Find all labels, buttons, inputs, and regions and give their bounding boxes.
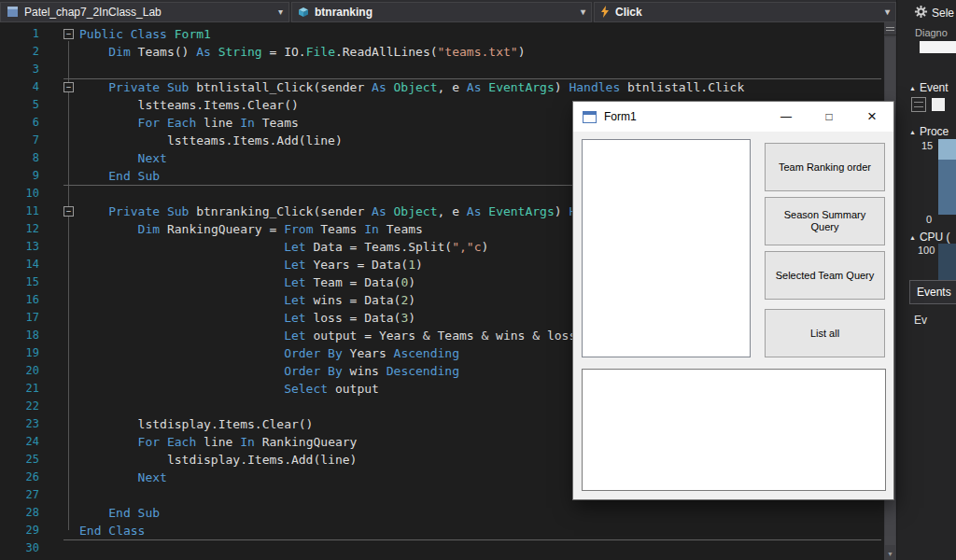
line-number: 5 bbox=[0, 96, 39, 114]
event-dropdown[interactable]: Click ▾ bbox=[594, 2, 896, 22]
collapse-toggle-icon[interactable]: − bbox=[63, 82, 74, 92]
line-number: 21 bbox=[0, 380, 39, 398]
select-tools-button[interactable]: Sele bbox=[914, 5, 954, 21]
line-number: 20 bbox=[0, 362, 39, 380]
glyph-margin bbox=[39, 114, 63, 132]
lstdisplay-listbox[interactable] bbox=[582, 369, 886, 491]
fold-margin: − bbox=[63, 25, 79, 43]
form-icon bbox=[583, 111, 597, 123]
collapse-toggle-icon[interactable]: − bbox=[63, 29, 74, 39]
collapse-triangle-icon: ▲ bbox=[909, 129, 916, 135]
form-titlebar[interactable]: Form1 —□× bbox=[573, 102, 893, 132]
code-line-4[interactable]: 4−Private Sub btnlistall_Click(sender As… bbox=[0, 78, 884, 96]
line-number: 7 bbox=[0, 132, 39, 149]
events-section-header[interactable]: ▲ Event bbox=[909, 81, 949, 94]
code-line-3[interactable]: 3 bbox=[0, 61, 884, 78]
code-text: Order By wins Descending bbox=[79, 362, 459, 380]
memory-graph bbox=[938, 139, 956, 215]
fold-margin bbox=[63, 114, 79, 132]
close-button[interactable]: × bbox=[851, 102, 893, 132]
line-number: 26 bbox=[0, 469, 39, 486]
fold-margin bbox=[63, 486, 79, 504]
line-number: 3 bbox=[0, 61, 39, 78]
minimize-button[interactable]: — bbox=[765, 102, 808, 132]
glyph-margin bbox=[39, 451, 63, 469]
chevron-down-icon: ▾ bbox=[273, 7, 283, 17]
code-text: Let Team = Data(0) bbox=[79, 273, 415, 291]
glyph-margin bbox=[39, 362, 63, 380]
cpu-section-header[interactable]: ▲ CPU ( bbox=[909, 231, 950, 244]
fold-margin bbox=[63, 220, 79, 238]
process-memory-section-header[interactable]: ▲ Proce bbox=[909, 125, 949, 138]
line-number: 10 bbox=[0, 185, 39, 203]
lstteams-listbox[interactable] bbox=[582, 139, 751, 357]
diagnostics-session-label: Diagno bbox=[915, 27, 948, 38]
glyph-margin bbox=[39, 167, 63, 185]
glyph-margin bbox=[39, 185, 63, 203]
member-icon bbox=[298, 7, 309, 18]
code-text: Let wins = Data(2) bbox=[79, 291, 415, 309]
line-number: 9 bbox=[0, 167, 39, 185]
code-text: End Class bbox=[79, 522, 145, 539]
fold-margin bbox=[63, 61, 79, 78]
line-number: 30 bbox=[0, 539, 39, 557]
code-text: For Each line In RankingQueary bbox=[79, 433, 357, 451]
glyph-margin bbox=[39, 433, 63, 451]
team-ranking-order-button[interactable]: Team Ranking order bbox=[765, 143, 885, 191]
season-summary-query-button[interactable]: Season Summary Query bbox=[765, 197, 885, 245]
glyph-margin bbox=[39, 96, 63, 114]
select-tools-label: Sele bbox=[932, 7, 954, 20]
fold-margin bbox=[63, 132, 79, 149]
code-line-30[interactable]: 30 bbox=[0, 539, 884, 557]
tab-events[interactable]: Events bbox=[909, 280, 956, 304]
collapse-triangle-icon: ▲ bbox=[909, 85, 916, 91]
code-text: Let output = Years & Teams & wins & loss bbox=[79, 327, 576, 344]
code-text: End Sub bbox=[79, 167, 160, 185]
fold-margin bbox=[63, 238, 79, 256]
glyph-margin bbox=[39, 380, 63, 398]
scroll-down-arrow-icon[interactable]: ▼ bbox=[884, 547, 896, 560]
fold-margin bbox=[63, 273, 79, 291]
selected-team-query-button[interactable]: Selected Team Query bbox=[765, 251, 885, 300]
fold-margin bbox=[63, 415, 79, 433]
fold-margin bbox=[63, 380, 79, 398]
line-number: 17 bbox=[0, 309, 39, 327]
glyph-margin bbox=[39, 132, 63, 149]
member-dropdown[interactable]: btnranking ▾ bbox=[291, 2, 592, 22]
fold-margin bbox=[63, 167, 79, 185]
procedure-separator bbox=[63, 539, 881, 540]
code-text: Private Sub btnlistall_Click(sender As O… bbox=[79, 78, 744, 96]
fold-margin: − bbox=[63, 203, 79, 220]
fold-margin bbox=[63, 96, 79, 114]
glyph-margin bbox=[39, 344, 63, 362]
form-title: Form1 bbox=[604, 110, 637, 123]
glyph-margin bbox=[39, 327, 63, 344]
form-client-area: Team Ranking orderSeason Summary QuerySe… bbox=[573, 132, 893, 499]
glyph-margin bbox=[39, 149, 63, 167]
code-text: Let Data = Teams.Split(","c) bbox=[79, 238, 488, 256]
fold-margin bbox=[63, 344, 79, 362]
code-line-28[interactable]: 28End Sub bbox=[0, 504, 884, 522]
split-handle-icon[interactable] bbox=[884, 22, 896, 35]
line-number: 11 bbox=[0, 203, 39, 220]
list-all-button[interactable]: List all bbox=[765, 309, 885, 357]
project-dropdown[interactable]: Patel_chap7_2InClass_Lab ▾ bbox=[0, 2, 289, 22]
vs-ide-screen: Patel_chap7_2InClass_Lab ▾ btnranking ▾ … bbox=[0, 0, 956, 560]
line-number: 16 bbox=[0, 291, 39, 309]
code-text: Dim Teams() As String = IO.File.ReadAllL… bbox=[79, 43, 525, 61]
collapse-toggle-icon[interactable]: − bbox=[63, 206, 74, 217]
line-number: 27 bbox=[0, 486, 39, 504]
line-number: 13 bbox=[0, 238, 39, 256]
event-dropdown-label: Click bbox=[615, 6, 642, 19]
code-line-29[interactable]: 29End Class bbox=[0, 522, 884, 539]
glyph-margin bbox=[39, 415, 63, 433]
fold-margin bbox=[63, 504, 79, 522]
code-text: Order By Years Ascending bbox=[79, 344, 459, 362]
maximize-button[interactable]: □ bbox=[808, 102, 851, 132]
line-number: 24 bbox=[0, 433, 39, 451]
code-line-1[interactable]: 1−Public Class Form1 bbox=[0, 25, 884, 43]
code-text: End Sub bbox=[79, 504, 160, 522]
code-line-2[interactable]: 2Dim Teams() As String = IO.File.ReadAll… bbox=[0, 43, 884, 61]
event-lightning-icon bbox=[600, 6, 610, 18]
line-number: 12 bbox=[0, 220, 39, 238]
